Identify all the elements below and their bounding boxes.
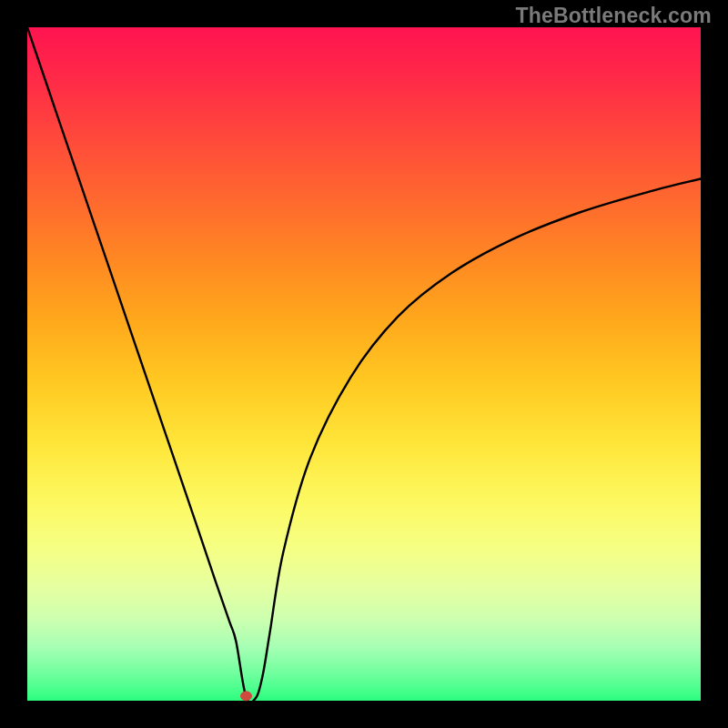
chart-svg (27, 27, 701, 701)
chart-frame: TheBottleneck.com (0, 0, 728, 728)
watermark-text: TheBottleneck.com (515, 4, 712, 28)
minimum-marker (241, 692, 252, 701)
plot-area (27, 27, 701, 701)
bottleneck-curve (27, 27, 701, 703)
